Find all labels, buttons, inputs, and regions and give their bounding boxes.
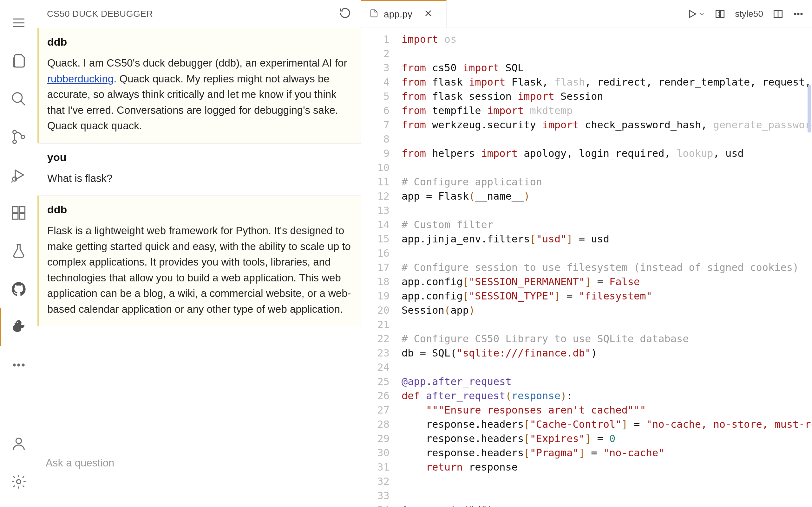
- activity-bar: [0, 0, 38, 507]
- message-author: you: [47, 151, 352, 164]
- reset-button[interactable]: [339, 7, 351, 21]
- duck-icon[interactable]: [0, 308, 38, 346]
- code-line[interactable]: [402, 161, 812, 175]
- svg-point-17: [18, 364, 20, 366]
- line-number: 12: [361, 189, 390, 204]
- line-number: 17: [361, 261, 390, 275]
- line-number: 34: [361, 503, 390, 507]
- run-button[interactable]: [687, 9, 705, 19]
- line-number: 28: [361, 417, 390, 432]
- line-number: 6: [361, 104, 390, 118]
- line-number: 5: [361, 89, 390, 104]
- ellipsis-icon[interactable]: [0, 346, 38, 384]
- code-line[interactable]: [402, 132, 812, 147]
- code-line[interactable]: from cs50 import SQL: [402, 61, 812, 75]
- github-icon[interactable]: [0, 270, 38, 308]
- line-number: 2: [361, 47, 390, 61]
- svg-rect-13: [19, 214, 25, 219]
- line-number: 32: [361, 474, 390, 489]
- code-line[interactable]: # Configure application: [402, 175, 812, 189]
- code-line[interactable]: # Custom filter: [402, 218, 812, 232]
- menu-icon[interactable]: [0, 4, 38, 42]
- svg-line-10: [11, 181, 12, 182]
- line-number: 24: [361, 360, 390, 375]
- code-line[interactable]: import os: [402, 32, 812, 47]
- code-line[interactable]: app = Flask(__name__): [402, 189, 812, 204]
- line-number: 8: [361, 132, 390, 147]
- code-line[interactable]: from tempfile import mkdtemp: [402, 104, 812, 118]
- code-editor[interactable]: 1234567891011121314151617181920212223242…: [361, 28, 812, 507]
- code-line[interactable]: from flask import Flask, flash, redirect…: [402, 75, 812, 89]
- code-line[interactable]: from helpers import apology, login_requi…: [402, 147, 812, 161]
- search-icon[interactable]: [0, 80, 38, 118]
- svg-point-30: [801, 13, 803, 14]
- line-number: 18: [361, 275, 390, 289]
- extensions-icon[interactable]: [0, 194, 38, 232]
- code-line[interactable]: @app.route("/"): [402, 503, 812, 507]
- close-tab-button[interactable]: [424, 9, 433, 20]
- svg-rect-11: [13, 207, 18, 212]
- tab-app-py[interactable]: app.py: [361, 0, 447, 27]
- code-line[interactable]: [402, 246, 812, 261]
- code-line[interactable]: response.headers["Pragma"] = "no-cache": [402, 446, 812, 460]
- line-number: 10: [361, 161, 390, 175]
- code-line[interactable]: from werkzeug.security import check_pass…: [402, 118, 812, 132]
- line-number: 3: [361, 61, 390, 75]
- svg-line-4: [21, 101, 25, 105]
- code-line[interactable]: """Ensure responses aren't cached""": [402, 403, 812, 417]
- line-number: 4: [361, 75, 390, 89]
- explorer-icon[interactable]: [0, 42, 38, 80]
- code-line[interactable]: [402, 204, 812, 218]
- file-icon: [369, 9, 379, 20]
- code-line[interactable]: [402, 47, 812, 61]
- rubberducking-link[interactable]: rubberducking: [47, 73, 113, 84]
- tab-filename: app.py: [384, 9, 412, 20]
- run-debug-icon[interactable]: [0, 156, 38, 194]
- svg-point-3: [13, 93, 22, 102]
- more-actions-icon[interactable]: [793, 9, 804, 19]
- code-line[interactable]: from flask_session import Session: [402, 89, 812, 104]
- code-line[interactable]: [402, 360, 812, 375]
- code-line[interactable]: def after_request(response):: [402, 389, 812, 403]
- svg-rect-12: [13, 214, 18, 219]
- line-number: 31: [361, 460, 390, 474]
- chat-message-ddb: ddb Quack. I am CS50's duck debugger (dd…: [38, 28, 361, 143]
- editor-actions: style50: [678, 0, 812, 27]
- code-line[interactable]: return response: [402, 460, 812, 474]
- settings-gear-icon[interactable]: [0, 463, 38, 501]
- code-line[interactable]: app.config["SESSION_PERMANENT"] = False: [402, 275, 812, 289]
- svg-point-28: [795, 13, 796, 14]
- code-line[interactable]: # Configure CS50 Library to use SQLite d…: [402, 332, 812, 346]
- style50-button[interactable]: style50: [735, 9, 763, 19]
- minimap-indicator[interactable]: [808, 85, 811, 132]
- line-number: 13: [361, 204, 390, 218]
- code-line[interactable]: @app.after_request: [402, 375, 812, 389]
- ask-input[interactable]: [46, 457, 352, 469]
- flask-icon[interactable]: [0, 232, 38, 270]
- line-number: 27: [361, 403, 390, 417]
- code-content[interactable]: import os from cs50 import SQLfrom flask…: [396, 28, 812, 507]
- svg-point-20: [17, 480, 21, 484]
- code-line[interactable]: app.config["SESSION_TYPE"] = "filesystem…: [402, 289, 812, 303]
- chat-message-ddb: ddb Flask is a lightweight web framework…: [38, 195, 361, 326]
- code-line[interactable]: [402, 489, 812, 503]
- line-number: 11: [361, 175, 390, 189]
- chat-messages: ddb Quack. I am CS50's duck debugger (dd…: [38, 28, 361, 448]
- message-body: What is flask?: [47, 170, 352, 186]
- line-number: 14: [361, 218, 390, 232]
- code-line[interactable]: [402, 318, 812, 332]
- code-line[interactable]: # Configure session to use filesystem (i…: [402, 261, 812, 275]
- code-line[interactable]: response.headers["Expires"] = 0: [402, 432, 812, 446]
- svg-point-15: [17, 322, 18, 323]
- compare-icon[interactable]: [715, 9, 725, 19]
- editor-area: app.py style50: [361, 0, 812, 507]
- code-line[interactable]: [402, 474, 812, 489]
- code-line[interactable]: app.jinja_env.filters["usd"] = usd: [402, 232, 812, 246]
- code-line[interactable]: response.headers["Cache-Control"] = "no-…: [402, 417, 812, 432]
- code-line[interactable]: db = SQL("sqlite:///finance.db"): [402, 346, 812, 360]
- source-control-icon[interactable]: [0, 118, 38, 156]
- line-number: 26: [361, 389, 390, 403]
- code-line[interactable]: Session(app): [402, 303, 812, 318]
- account-icon[interactable]: [0, 425, 38, 463]
- split-editor-icon[interactable]: [773, 9, 783, 19]
